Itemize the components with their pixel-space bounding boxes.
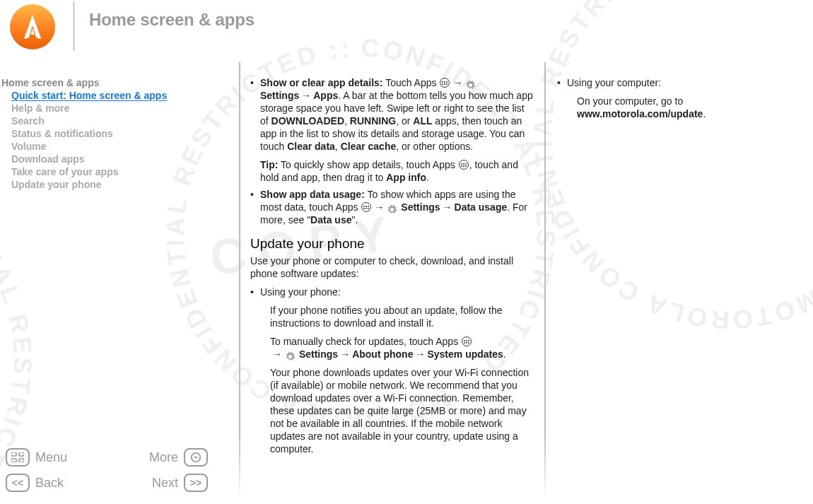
using-phone-label: Using your phone: [260,286,341,298]
more-label[interactable]: More [129,450,178,465]
tip-label: Tip: [260,159,278,170]
header-divider [74,1,74,51]
column-separator-2 [544,62,546,500]
p2-settings: Settings [299,348,338,360]
apps-icon [459,160,469,170]
tip-appinfo: App info [386,172,426,183]
arrow-icon: → [415,348,425,360]
s1-settings: Settings [260,90,299,101]
tip-4: . [426,172,429,183]
s2-f: ". [351,214,358,225]
s2-title: Show app data usage: [260,189,365,200]
item-show-data-usage: Show app data usage: To show which apps … [250,188,533,226]
s1-running: RUNNING [350,115,396,127]
menu-label[interactable]: Menu [35,450,85,465]
svg-text:CONFIDENTIAL RESTRICTED  ::  M: CONFIDENTIAL RESTRICTED :: MOTOROLA CONF… [0,0,37,504]
content-column-2: Using your computer: On your computer, g… [557,76,812,126]
menu-icon[interactable] [6,448,30,467]
p2e: . [503,348,506,360]
s1-a: Touch Apps [383,77,440,88]
sidebar: Home screen & apps Quick start: Home scr… [1,76,221,191]
next-icon[interactable]: >> [184,474,208,492]
apps-icon [440,78,450,88]
svg-rect-7 [19,459,24,462]
s1-l: , or other options. [396,141,473,152]
comp-line: On your computer, go to www.motorola.com… [567,95,812,120]
s2-settings: Settings [401,201,440,213]
s1-clearcache: Clear cache [341,141,397,152]
update-url[interactable]: www.motorola.com/update [577,108,703,119]
sidebar-item-download-apps[interactable]: Download apps [1,153,221,165]
update-intro: Use your phone or computer to check, dow… [250,254,533,280]
s2-datausage: Data usage [455,201,508,213]
sidebar-item-status-notifications[interactable]: Status & notifications [1,127,221,140]
heading-update-phone: Update your phone [250,238,533,250]
svg-rect-5 [19,452,24,456]
sidebar-item-update-phone[interactable]: Update your phone [1,178,221,191]
p2-about: About phone [352,348,413,360]
footer-nav: Menu More << Back Next >> [0,445,226,500]
s2-datause: Data use [310,214,351,225]
back-icon[interactable]: << [6,474,30,492]
svg-rect-4 [11,452,16,456]
arrow-icon: → [374,201,384,213]
sidebar-item-quick-start[interactable]: Quick start: Home screen & apps [1,89,221,102]
comp1: On your computer, go to [577,95,683,107]
apps-icon [361,202,371,212]
content-column-1: Show or clear app details: Touch Apps → … [250,76,533,461]
comp3: . [703,108,706,119]
update-p3: Your phone downloads updates over your W… [260,366,533,455]
sidebar-item-search[interactable]: Search [1,115,221,127]
motorola-logo [10,4,55,49]
arrow-icon: → [301,90,311,101]
page-title: Home screen & apps [89,10,255,30]
s1-apps: Apps [313,90,338,101]
item-show-clear-details: Show or clear app details: Touch Apps → … [250,76,533,184]
gear-icon [387,204,397,215]
s1-all: ALL [413,115,432,127]
p2-system: System updates [427,348,503,360]
gear-icon [285,351,296,362]
s1-downloaded: DOWNLOADED [271,115,344,127]
s1-cleardata: Clear data [287,141,335,152]
more-icon[interactable] [184,448,208,467]
p2a: To manually check for updates, touch App… [270,336,461,347]
update-p1: If your phone notifies you about an upda… [260,304,533,329]
sidebar-item-volume[interactable]: Volume [1,140,221,153]
item-using-computer: Using your computer: On your computer, g… [557,76,812,120]
update-p2: To manually check for updates, touch App… [260,335,533,361]
next-label[interactable]: Next [129,476,178,491]
sidebar-item-take-care-apps[interactable]: Take care of your apps [1,165,221,178]
s1-g: , or [396,115,413,127]
svg-rect-6 [11,459,16,462]
sidebar-item-help-more[interactable]: Help & more [1,102,221,115]
using-computer-label: Using your computer: [567,77,661,88]
arrow-icon: → [452,77,462,88]
apps-icon [462,336,472,346]
s1-title: Show or clear app details: [260,77,383,88]
sidebar-item-home-screen-apps[interactable]: Home screen & apps [1,76,221,89]
arrow-icon: → [340,348,350,360]
tip-1: To quickly show app details, touch Apps [278,159,457,170]
back-label[interactable]: Back [35,476,85,491]
arrow-icon: → [443,201,452,213]
arrow-icon: → [272,348,282,360]
header: Home screen & apps [0,0,813,55]
gear-icon [465,80,476,90]
item-using-phone: Using your phone: If your phone notifies… [250,286,533,455]
column-separator-1 [239,62,240,500]
